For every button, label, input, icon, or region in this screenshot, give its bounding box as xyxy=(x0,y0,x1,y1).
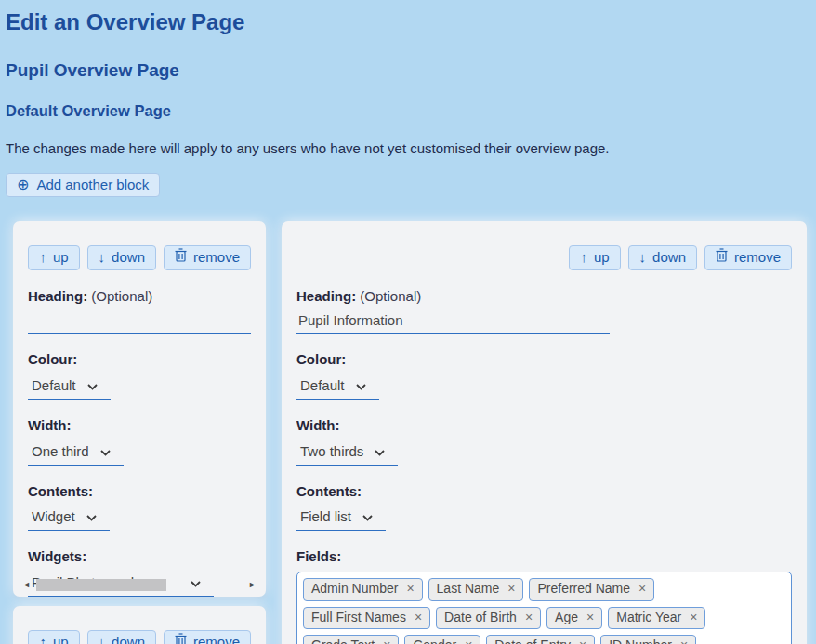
fields-label: Fields: xyxy=(296,548,792,566)
remove-field-icon[interactable]: × xyxy=(383,637,390,644)
field-chip-label: Preferred Name xyxy=(537,580,630,598)
move-down-label: down xyxy=(652,248,686,267)
colour-label: Colour: xyxy=(28,351,251,369)
remove-field-icon[interactable]: × xyxy=(465,637,472,644)
remove-field-icon[interactable]: × xyxy=(415,609,422,627)
down-arrow-icon: ↓ xyxy=(639,248,647,267)
move-down-button[interactable]: ↓ down xyxy=(87,630,156,644)
colour-select-value: Default xyxy=(300,377,345,393)
fields-box[interactable]: Admin Number×Last Name×Preferred Name×Fu… xyxy=(296,572,792,644)
field-chip[interactable]: Age× xyxy=(546,607,602,630)
trash-icon xyxy=(716,248,728,267)
left-column: ↑ up ↓ down remove Heading: (Optional) C… xyxy=(13,221,266,644)
contents-label: Contents: xyxy=(296,483,792,501)
heading-input[interactable] xyxy=(296,306,610,334)
heading-label: Heading: (Optional) xyxy=(28,288,251,306)
colour-select-value: Default xyxy=(32,377,76,393)
remove-field-icon[interactable]: × xyxy=(638,580,646,598)
field-chip-label: Admin Number xyxy=(311,580,398,598)
field-chip[interactable]: Matric Year× xyxy=(608,607,705,630)
block-actions: ↑ up ↓ down remove xyxy=(28,245,251,270)
remove-block-button[interactable]: remove xyxy=(164,245,251,270)
heading-label: Heading: (Optional) xyxy=(296,288,792,306)
remove-field-icon[interactable]: × xyxy=(507,580,515,598)
move-up-button[interactable]: ↑ up xyxy=(569,245,620,270)
field-chip[interactable]: Date of Birth× xyxy=(436,607,541,630)
width-label: Width: xyxy=(28,417,251,435)
contents-select[interactable]: Field list xyxy=(296,504,386,531)
overview-page-name: Pupil Overview Page xyxy=(6,60,805,81)
contents-select-value: Widget xyxy=(32,508,75,524)
remove-block-button[interactable]: remove xyxy=(164,630,251,644)
remove-field-icon[interactable]: × xyxy=(586,609,594,627)
field-chip-label: Age xyxy=(555,609,578,627)
field-chip[interactable]: Last Name× xyxy=(428,578,524,601)
width-select-value: One third xyxy=(32,443,89,459)
width-select[interactable]: Two thirds xyxy=(296,439,398,466)
colour-select[interactable]: Default xyxy=(296,373,379,400)
heading-optional-hint: (Optional) xyxy=(91,288,152,304)
field-chip[interactable]: Admin Number× xyxy=(303,578,423,601)
width-label: Width: xyxy=(296,417,792,435)
add-another-block-label: Add another block xyxy=(36,177,149,192)
field-chip[interactable]: Full First Names× xyxy=(303,607,430,630)
field-chip-label: Matric Year xyxy=(616,609,681,627)
horizontal-scrollbar[interactable]: ◄ ► xyxy=(20,578,258,591)
colour-select[interactable]: Default xyxy=(28,373,111,400)
width-select[interactable]: One third xyxy=(28,439,124,466)
contents-select-value: Field list xyxy=(300,508,351,524)
remove-block-label: remove xyxy=(193,248,240,267)
move-down-label: down xyxy=(112,633,145,644)
width-select-value: Two thirds xyxy=(300,443,363,459)
remove-field-icon[interactable]: × xyxy=(406,580,414,598)
chevron-down-icon xyxy=(362,508,373,524)
up-arrow-icon: ↑ xyxy=(39,633,46,644)
scrollbar-thumb[interactable] xyxy=(36,579,166,591)
chevron-down-icon xyxy=(375,443,385,459)
move-down-button[interactable]: ↓ down xyxy=(628,245,697,270)
chevron-down-icon xyxy=(356,377,366,393)
down-arrow-icon: ↓ xyxy=(99,248,106,267)
page-title: Edit an Overview Page xyxy=(6,9,805,35)
field-chip-label: Last Name xyxy=(437,580,500,598)
add-another-block-button[interactable]: ⊕ Add another block xyxy=(6,173,160,197)
colour-label: Colour: xyxy=(296,351,792,369)
remove-block-button[interactable]: remove xyxy=(704,245,792,270)
scrollbar-track[interactable] xyxy=(34,579,244,591)
remove-field-icon[interactable]: × xyxy=(690,609,697,627)
field-chip[interactable]: Date of Entry× xyxy=(486,635,595,644)
chevron-down-icon xyxy=(86,508,97,524)
heading-optional-hint: (Optional) xyxy=(360,288,421,304)
field-chip-label: ID Number xyxy=(609,637,672,644)
field-chip-label: Date of Entry xyxy=(494,637,571,644)
remove-field-icon[interactable]: × xyxy=(525,609,533,627)
move-up-button[interactable]: ↑ up xyxy=(28,630,79,644)
field-chip[interactable]: Grade Text× xyxy=(303,635,399,644)
field-chip[interactable]: ID Number× xyxy=(600,635,696,644)
chevron-down-icon xyxy=(100,443,111,459)
block-actions: ↑ up ↓ down remove xyxy=(296,245,792,270)
contents-select[interactable]: Widget xyxy=(28,504,110,531)
up-arrow-icon: ↑ xyxy=(580,248,587,267)
move-down-button[interactable]: ↓ down xyxy=(87,245,156,270)
move-up-button[interactable]: ↑ up xyxy=(28,245,79,270)
remove-field-icon[interactable]: × xyxy=(680,637,688,644)
move-up-label: up xyxy=(53,248,69,267)
scroll-left-icon[interactable]: ◄ xyxy=(20,581,33,589)
move-down-label: down xyxy=(112,248,145,267)
scroll-right-icon[interactable]: ► xyxy=(246,581,258,589)
field-chip-label: Gender xyxy=(413,637,456,644)
field-chip[interactable]: Preferred Name× xyxy=(529,578,654,601)
block-actions: ↑ up ↓ down remove xyxy=(28,630,251,644)
chevron-down-icon xyxy=(87,377,98,393)
heading-input[interactable] xyxy=(28,306,251,334)
move-up-label: up xyxy=(53,633,69,644)
field-chip-label: Date of Birth xyxy=(444,609,517,627)
widgets-label: Widgets: xyxy=(28,548,251,566)
up-arrow-icon: ↑ xyxy=(39,248,46,267)
field-chip[interactable]: Gender× xyxy=(404,635,480,644)
section-heading: Default Overview Page xyxy=(6,102,805,120)
trash-icon xyxy=(175,248,187,267)
remove-field-icon[interactable]: × xyxy=(579,637,586,644)
block-third-panel: ↑ up ↓ down remove xyxy=(13,606,266,644)
